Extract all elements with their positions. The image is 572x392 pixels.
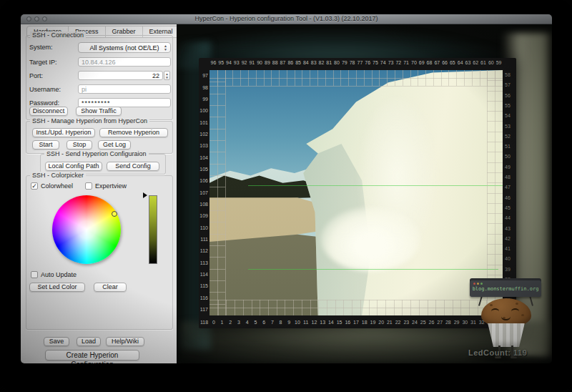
create-hyperion-configuration-button[interactable]: Create Hyperion Configuration: [45, 350, 139, 361]
clear-button[interactable]: Clear: [94, 283, 127, 292]
local-config-path-button[interactable]: Local Config Path: [45, 162, 102, 171]
led-index-label: 79: [342, 60, 347, 65]
led-index-label: 80: [334, 60, 340, 65]
target-ip-field[interactable]: 10.84.4.126: [78, 57, 171, 67]
window-title: HyperCon - Hyperion configuration Tool -…: [21, 14, 552, 24]
expertview-checkbox[interactable]: Expertview: [85, 182, 127, 190]
led-index-label: 68: [427, 60, 433, 65]
group-title: SSH - Colorpicker: [30, 172, 86, 179]
group-ssh-connection: SSH - Connection System: All Systems (no…: [26, 35, 173, 120]
led-index-label: 44: [505, 215, 511, 220]
value-gradient-bar[interactable]: [149, 195, 157, 264]
led-index-label: 47: [505, 185, 511, 190]
led-index-label: 48: [505, 175, 511, 180]
led-index-label: 76: [365, 60, 370, 65]
group-colorpicker: SSH - Colorpicker ✓ Colorwheel Expertvie…: [26, 175, 173, 330]
port-field[interactable]: 22: [78, 71, 163, 80]
led-index-label: 4: [246, 320, 249, 325]
led-index-label: 78: [350, 60, 355, 65]
led-index-label: 110: [199, 225, 208, 230]
led-index-label: 117: [199, 307, 208, 312]
led-index-label: 65: [450, 60, 455, 65]
led-index-label: 96: [210, 60, 216, 65]
mascot-arm: [529, 295, 533, 306]
password-label: Password:: [29, 99, 59, 107]
hypercon-window: HyperCon - Hyperion configuration Tool -…: [21, 14, 552, 363]
led-index-label: 27: [437, 320, 443, 325]
led-index-label: 87: [280, 60, 286, 65]
led-index-label: 89: [265, 60, 270, 65]
led-index-label: 50: [505, 154, 511, 159]
help-wiki-button[interactable]: Help/Wiki: [106, 337, 144, 346]
led-index-label: 104: [199, 155, 208, 160]
install-update-hyperion-button[interactable]: Inst./Upd. Hyperion: [32, 128, 95, 137]
show-traffic-button[interactable]: Show Traffic: [76, 107, 122, 116]
username-field[interactable]: pi: [78, 84, 171, 94]
led-index-label: 56: [505, 93, 511, 98]
led-index-label: 102: [199, 132, 208, 137]
led-index-label: 41: [505, 246, 511, 251]
led-index-label: 71: [403, 60, 409, 65]
set-led-color-button[interactable]: Set Led Color: [29, 283, 85, 292]
grid-line: [209, 78, 503, 79]
start-button[interactable]: Start: [32, 140, 59, 150]
led-index-label: 7: [271, 320, 274, 325]
led-index-label: 26: [429, 320, 435, 325]
colorwheel-checkbox[interactable]: ✓ Colorwheel: [31, 182, 73, 190]
mascot-eye-icon: [491, 308, 499, 315]
muffin-crumb: [490, 304, 493, 306]
led-index-label: 12: [312, 320, 317, 325]
port-label: Port:: [29, 72, 43, 79]
mascot-eye-icon: [511, 308, 519, 315]
led-index-label: 94: [226, 60, 232, 65]
led-index-label: 25: [420, 320, 426, 325]
led-index-label: 58: [505, 72, 511, 77]
port-stepper-icon[interactable]: ▲▼: [164, 71, 170, 80]
led-index-label: 64: [458, 60, 463, 65]
led-index-label: 92: [242, 60, 247, 65]
led-index-label: 83: [311, 60, 317, 65]
remove-hyperion-button[interactable]: Remove Hyperion: [99, 128, 168, 137]
window-content: HardwareProcessGrabberExternalSSH SSH - …: [21, 24, 552, 363]
led-index-label: 82: [319, 60, 325, 65]
color-wheel[interactable]: [52, 195, 121, 264]
led-index-label: 49: [505, 165, 511, 170]
led-index-label: 11: [303, 320, 308, 325]
led-index-label: 51: [505, 144, 511, 149]
auto-update-checkbox[interactable]: Auto Update: [31, 271, 77, 278]
title-bar[interactable]: HyperCon - Hyperion configuration Tool -…: [21, 14, 552, 24]
led-index-label: 109: [199, 213, 208, 218]
led-index-label: 15: [337, 320, 342, 325]
stop-button[interactable]: Stop: [66, 140, 92, 150]
led-index-label: 66: [442, 60, 448, 65]
led-index-label: 115: [199, 283, 208, 288]
led-index-label: 75: [373, 60, 378, 65]
disconnect-button[interactable]: Disconnect: [29, 107, 68, 116]
system-dropdown[interactable]: All Systems (not OE/LE) ▲▼: [78, 42, 171, 53]
get-log-button[interactable]: Get Log: [98, 140, 131, 150]
led-index-label: 93: [234, 60, 240, 65]
led-index-label: 0: [212, 320, 215, 325]
group-title: SSH - Connection: [30, 31, 86, 39]
led-index-label: 18: [362, 320, 368, 325]
led-index-label: 40: [505, 256, 511, 261]
led-index-label: 53: [505, 124, 511, 129]
load-button[interactable]: Load: [77, 337, 101, 346]
led-index-label: 52: [505, 134, 511, 139]
led-index-label: 108: [199, 202, 208, 207]
led-index-label: 63: [465, 60, 471, 65]
led-index-label: 46: [505, 195, 511, 200]
send-config-button[interactable]: Send Config: [107, 162, 159, 171]
value-bar-marker-icon[interactable]: [143, 192, 147, 198]
led-index-label: 90: [257, 60, 262, 65]
led-index-label: 42: [505, 236, 511, 241]
led-index-label: 101: [199, 120, 208, 125]
led-index-label: 100: [199, 108, 208, 113]
led-index-label: 61: [480, 60, 486, 65]
color-wheel-selector[interactable]: [112, 211, 117, 217]
muffin-top: [481, 298, 531, 327]
grid-line: [217, 70, 218, 315]
save-button[interactable]: Save: [44, 337, 69, 346]
dropdown-stepper-icon[interactable]: ▲▼: [163, 44, 168, 52]
led-index-label: 54: [505, 113, 511, 118]
